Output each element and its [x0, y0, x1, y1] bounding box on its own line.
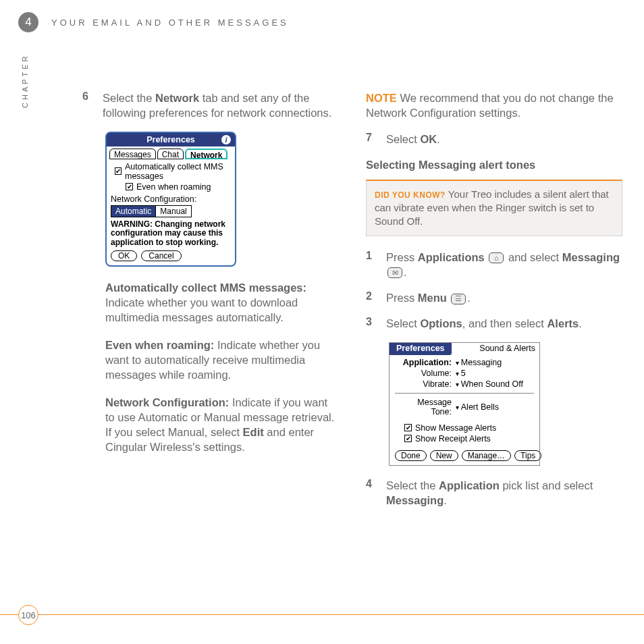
bold: Alerts — [547, 317, 579, 329]
text: Press — [386, 292, 418, 304]
step-7: 7 Select OK. — [366, 132, 622, 146]
home-icon: ⌂ — [489, 252, 504, 263]
text: Select — [386, 133, 420, 145]
note-text: We recommend that you do not change the … — [366, 92, 614, 119]
label: Vibrate: — [395, 379, 456, 389]
text: Indicate whether you want to download mu… — [105, 296, 298, 323]
bold: Automatically collect MMS messages: — [105, 281, 306, 294]
checkbox-show-msg-alerts[interactable]: ✔ Show Message Alerts — [404, 423, 534, 433]
warning-text: WARNING: Changing network configuration … — [111, 220, 231, 248]
bold: OK — [420, 133, 437, 145]
option-manual[interactable]: Manual — [155, 205, 191, 217]
screenshot-network-prefs: Preferences i Messages Chat Network ✔ Au… — [105, 132, 236, 267]
network-config-label: Network Configuration: — [111, 194, 231, 204]
step-3: 3 Select Options, and then select Alerts… — [366, 316, 622, 331]
step-number: 1 — [366, 250, 379, 280]
step-1: 1 Press Applications ⌂ and select Messag… — [366, 250, 622, 280]
chapter-side-label: CHAPTER — [21, 53, 29, 108]
checkbox-label: Even when roaming — [136, 182, 211, 192]
manage-button[interactable]: Manage… — [462, 450, 511, 461]
bold: Application — [439, 479, 500, 491]
paragraph-auto-collect: Automatically collect MMS messages: Indi… — [105, 280, 339, 325]
picklist-value[interactable]: Alert Bells — [456, 402, 499, 412]
picklist-value[interactable]: Messaging — [456, 358, 502, 367]
checkbox-even-roaming[interactable]: ✔ Even when roaming — [126, 182, 231, 192]
palm-title: Preferences — [146, 135, 195, 144]
new-button[interactable]: New — [430, 450, 458, 461]
checkbox-auto-collect[interactable]: ✔ Automatically collect MMS messages — [115, 162, 231, 181]
option-automatic[interactable]: Automatic — [111, 205, 155, 217]
bold: Messaging — [562, 251, 620, 263]
paragraph-roaming: Even when roaming: Indicate whether you … — [105, 338, 339, 383]
bold: Edit — [243, 426, 264, 438]
step-6: 6 Select the Network tab and set any of … — [82, 90, 339, 121]
step-body: Select the Network tab and set any of th… — [103, 90, 339, 121]
footer-rule — [0, 614, 644, 615]
segmented-network-config[interactable]: Automatic Manual — [111, 205, 231, 217]
separator — [395, 393, 534, 394]
chapter-title: YOUR EMAIL AND OTHER MESSAGES — [51, 18, 289, 28]
palm-title-right: Sound & Alerts — [452, 343, 539, 355]
text: pick list and select — [500, 479, 593, 491]
messaging-icon: ✉ — [387, 267, 402, 278]
text: Select the — [386, 479, 439, 491]
step-number: 2 — [366, 290, 379, 305]
note-paragraph: NOTE We recommend that you do not change… — [366, 90, 622, 121]
tab-network[interactable]: Network — [185, 149, 227, 159]
screenshot-sound-alerts: Preferences Sound & Alerts Application: … — [389, 342, 540, 466]
picklist-value[interactable]: When Sound Off — [456, 379, 523, 389]
row-volume[interactable]: Volume: 5 — [395, 369, 534, 378]
bold: Menu — [418, 292, 447, 304]
tab-messages[interactable]: Messages — [109, 149, 156, 159]
palm-title-left: Preferences — [390, 343, 452, 355]
checkmark-icon: ✔ — [115, 167, 122, 175]
bold: Network Configuration: — [105, 396, 229, 408]
text: Press — [386, 251, 418, 263]
done-button[interactable]: Done — [395, 450, 427, 461]
info-icon[interactable]: i — [221, 135, 231, 144]
label: Message Tone: — [395, 398, 456, 417]
left-column: 6 Select the Network tab and set any of … — [82, 90, 339, 518]
text: . — [404, 266, 407, 278]
cancel-button[interactable]: Cancel — [141, 250, 181, 261]
bold: Even when roaming: — [105, 339, 214, 351]
row-vibrate[interactable]: Vibrate: When Sound Off — [395, 379, 534, 389]
menu-icon: ☰ — [451, 294, 466, 304]
tips-button[interactable]: Tips — [514, 450, 541, 461]
subheading-alert-tones: Selecting Messaging alert tones — [366, 159, 622, 171]
row-message-tone[interactable]: Message Tone: Alert Bells — [395, 398, 534, 417]
step-body: Select OK. — [386, 132, 622, 146]
bold: Applications — [418, 251, 485, 263]
bold: Messaging — [386, 494, 444, 506]
text: Select the — [103, 92, 155, 104]
chapter-number-badge: 4 — [18, 12, 38, 32]
step-number: 4 — [366, 478, 379, 508]
checkbox-label: Show Message Alerts — [415, 423, 496, 433]
picklist-value[interactable]: 5 — [456, 369, 466, 378]
step-body: Select Options, and then select Alerts. — [386, 316, 622, 331]
checkmark-icon: ✔ — [404, 435, 412, 442]
text: . — [437, 133, 440, 145]
right-column: NOTE We recommend that you do not change… — [366, 90, 622, 518]
step-2: 2 Press Menu ☰. — [366, 290, 622, 305]
text: . — [444, 494, 447, 506]
palm-titlebar: Preferences i — [107, 133, 235, 146]
text: , and then select — [462, 317, 547, 329]
did-you-know-box: DID YOU KNOW? Your Treo includes a silen… — [366, 180, 622, 236]
ok-button[interactable]: OK — [111, 250, 137, 261]
step-number: 3 — [366, 316, 379, 331]
label: Application: — [395, 358, 456, 367]
row-application[interactable]: Application: Messaging — [395, 358, 534, 367]
bold: Options — [420, 317, 462, 329]
tab-chat[interactable]: Chat — [157, 149, 184, 159]
step-body: Select the Application pick list and sel… — [386, 478, 622, 508]
palm-titlebar: Preferences Sound & Alerts — [390, 343, 539, 355]
step-body: Press Menu ☰. — [386, 290, 622, 305]
checkbox-show-receipt-alerts[interactable]: ✔ Show Receipt Alerts — [404, 434, 534, 444]
step-number: 6 — [82, 90, 96, 121]
step-number: 7 — [366, 132, 379, 146]
text: Select — [386, 317, 420, 329]
did-you-know-label: DID YOU KNOW? — [375, 190, 446, 200]
text: . — [467, 292, 471, 304]
checkbox-label: Show Receipt Alerts — [415, 434, 491, 444]
